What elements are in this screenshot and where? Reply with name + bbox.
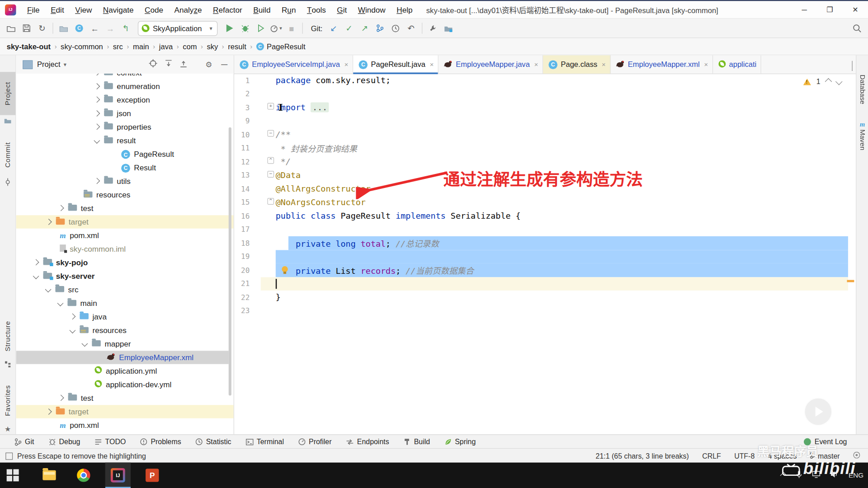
close-button[interactable]: ✕ [843,1,868,18]
tree-item-test[interactable]: test [16,391,234,405]
breadcrumb-item-PageResult[interactable]: CPageResult [256,42,306,51]
wrench-icon[interactable] [425,21,440,36]
tree-item-src[interactable]: src [16,283,234,296]
code-line-23[interactable]: 23 [234,304,856,318]
tool-tab-commit[interactable]: Commit [0,133,15,177]
search-everywhere-icon[interactable] [853,19,862,38]
tool-window-button-profiler[interactable]: Profiler [298,438,332,446]
minimize-button[interactable]: ─ [792,1,817,18]
stop-button[interactable]: ■ [284,21,299,36]
tree-item-main[interactable]: main [16,296,234,310]
editor-tab-PageResult.java[interactable]: CPageResult.java× [353,55,439,73]
open-folder-icon[interactable] [3,21,19,36]
prev-warning-icon[interactable] [825,78,832,85]
tab-close-icon[interactable]: × [534,61,538,68]
breadcrumb-item-sky[interactable]: sky [207,42,218,51]
git-branches-icon[interactable] [373,21,388,36]
line-separator-widget[interactable]: CRLF [702,452,721,460]
fold-marker-icon[interactable]: ^ [267,198,274,205]
project-view-caret-icon[interactable]: ▾ [64,61,66,67]
menu-window[interactable]: Window [353,1,391,18]
hide-panel-icon[interactable]: ─ [221,60,227,70]
forward-icon[interactable]: → [103,21,118,36]
tree-item-PageResult[interactable]: CPageResult [16,147,234,161]
tree-item-application-dev.yml[interactable]: application-dev.yml [16,378,234,391]
tree-item-application.yml[interactable]: application.yml [16,364,234,378]
chevron-collapsed-icon[interactable] [46,408,52,415]
tool-tab-maven[interactable]: Maven [856,130,868,150]
chevron-expanded-icon[interactable] [33,273,39,279]
breadcrumb-item-com[interactable]: com [183,42,197,51]
tree-item-exception[interactable]: exception [16,93,234,107]
code-line-9[interactable]: 9 [234,114,856,128]
breadcrumb-item-sky-common[interactable]: sky-common [61,42,103,51]
tree-item-Result[interactable]: CResult [16,161,234,174]
next-warning-icon[interactable] [835,78,843,85]
editor-tab-EmployeeMapper.java[interactable]: EmployeeMapper.java× [439,55,543,73]
tree-item-target[interactable]: target [16,405,234,418]
tree-item-enumeration[interactable]: enumeration [16,80,234,93]
save-icon[interactable] [19,21,34,36]
code-line-18[interactable]: 18 private long total; //总记录数 [234,236,856,250]
code-editor[interactable]: 1package com.sky.result;23+Iimport ...91… [234,74,856,434]
intellij-taskbar-icon[interactable]: IJ [105,463,131,488]
chevron-collapsed-icon[interactable] [58,395,64,401]
breadcrumb-item-main[interactable]: main [133,42,149,51]
tree-item-result[interactable]: result [16,134,234,147]
debug-button[interactable] [237,21,253,36]
tool-tab-project[interactable]: Project [0,72,15,115]
inspection-widget[interactable]: 1 [803,77,841,85]
encoding-widget[interactable]: UTF-8 [734,452,755,460]
tree-item-json[interactable]: json [16,107,234,120]
tree-item-resources[interactable]: resources [16,324,234,337]
code-line-21[interactable]: 21 [234,277,856,291]
tool-window-button-build[interactable]: Build [403,438,430,446]
project-panel-title[interactable]: Project [37,60,60,68]
chevron-collapsed-icon[interactable] [58,205,64,211]
tool-tab-database[interactable]: Database [856,75,868,104]
fold-marker-icon[interactable]: + [267,103,274,110]
tree-item-sky-server[interactable]: sky-server [16,269,234,283]
code-line-11[interactable]: 11 * 封装分页查询结果 [234,141,856,155]
chevron-collapsed-icon[interactable] [33,259,39,266]
file-explorer-icon[interactable] [37,463,62,488]
tree-item-test[interactable]: test [16,202,234,215]
code-line-10[interactable]: 10−/** [234,128,856,141]
breadcrumb-item-src[interactable]: src [113,42,123,51]
tree-item-sky-pojo[interactable]: sky-pojo [16,256,234,269]
tool-window-button-statistic[interactable]: Statistic [195,438,231,446]
code-line-3[interactable]: 3+Iimport ... [234,101,856,114]
tab-close-icon[interactable]: × [430,61,434,68]
menu-tools[interactable]: Tools [302,1,331,18]
menu-build[interactable]: Build [248,1,276,18]
tool-window-button-debug[interactable]: Debug [48,438,80,446]
chevron-collapsed-icon[interactable] [94,124,100,130]
chevron-collapsed-icon[interactable] [69,314,75,320]
menu-view[interactable]: View [70,1,98,18]
git-commit-icon[interactable]: ✓ [341,21,357,36]
profiler-button[interactable]: ▾ [268,21,283,36]
fold-marker-icon[interactable]: − [267,130,274,137]
collapse-all-icon[interactable] [180,60,187,70]
tool-tab-favorites[interactable]: Favorites [0,377,15,424]
editor-tab-EmployeeMapper.xml[interactable]: EmployeeMapper.xml× [611,55,713,73]
menu-analyze[interactable]: Analyze [169,1,208,18]
tool-window-button-endpoints[interactable]: Endpoints [346,438,389,446]
recent-class-icon[interactable]: C [71,21,87,36]
tree-item-EmployeeMapper.xml[interactable]: EmployeeMapper.xml [16,351,234,364]
git-rollback-icon[interactable]: ↶ [403,21,419,36]
code-line-19[interactable]: 19 [234,250,856,263]
chrome-icon[interactable] [71,463,96,488]
breadcrumb-item-sky-take-out[interactable]: sky-take-out [7,42,51,51]
breadcrumb-item-java[interactable]: java [159,42,173,51]
tree-item-java[interactable]: java [16,310,234,324]
chevron-collapsed-icon[interactable] [94,110,100,117]
settings-folder-icon[interactable] [56,21,71,36]
code-line-1[interactable]: 1package com.sky.result; [234,74,856,87]
code-line-16[interactable]: 16public class PageResult implements Ser… [234,209,856,223]
tree-item-properties[interactable]: properties [16,120,234,134]
breadcrumb-item-result[interactable]: result [228,42,246,51]
editor-tab-EmployeeServiceImpl.java[interactable]: CEmployeeServiceImpl.java× [234,55,353,73]
tool-window-button-git[interactable]: Git [14,438,34,446]
menu-navigate[interactable]: Navigate [98,1,139,18]
